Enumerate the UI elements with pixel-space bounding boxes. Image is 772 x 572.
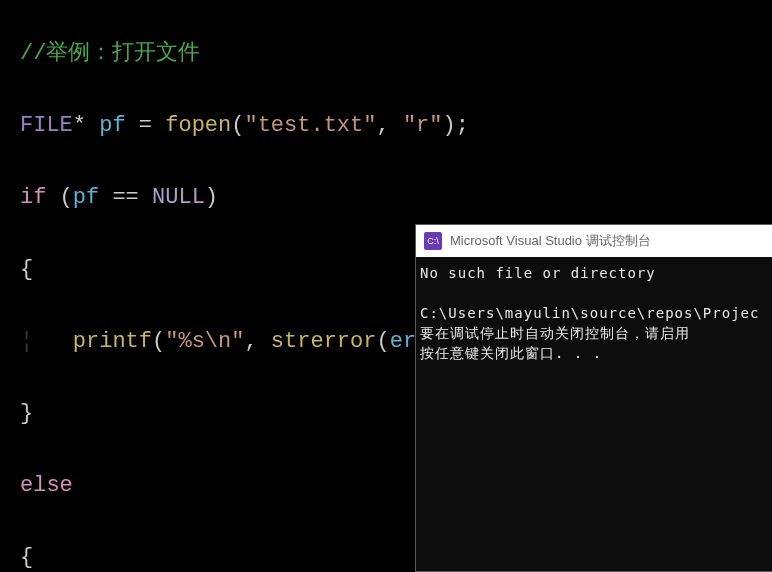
code-line-1: //举例：打开文件 — [20, 36, 752, 72]
console-output: No such file or directory C:\Users\mayul… — [416, 257, 772, 369]
code-line-2: FILE* pf = fopen("test.txt", "r"); — [20, 108, 752, 144]
console-title: Microsoft Visual Studio 调试控制台 — [450, 232, 651, 250]
vs-icon: C:\ — [424, 232, 442, 250]
console-titlebar[interactable]: C:\ Microsoft Visual Studio 调试控制台 — [416, 225, 772, 257]
code-line-3: if (pf == NULL) — [20, 180, 752, 216]
debug-console-window[interactable]: C:\ Microsoft Visual Studio 调试控制台 No suc… — [415, 224, 772, 572]
